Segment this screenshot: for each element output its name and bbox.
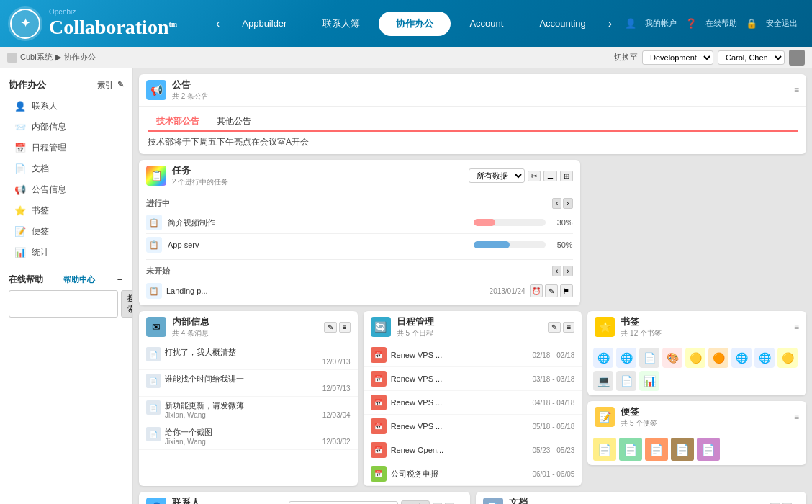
bookmark-icon-4[interactable]: 🟡 [685,348,705,368]
task-filter-select[interactable]: 所有数据 [469,168,525,183]
bookmarks-icon: ⭐ [14,205,26,217]
nav-arrow-left[interactable]: ‹ [212,17,223,30]
task-tool-2[interactable]: ☰ [543,171,557,181]
ann-tab-other[interactable]: 其他公告 [208,112,260,130]
list-item[interactable]: 📄 新功能更新，请发微薄 Jixian, Wang12/03/04 [139,397,358,423]
env-select[interactable]: Development Production [642,50,713,65]
bookmark-icon-5[interactable]: 🟠 [708,348,728,368]
sch-tool-2[interactable]: ≡ [563,322,574,333]
list-item[interactable]: 📄 打扰了，我大概清楚 12/07/13 [139,343,358,370]
task-next-btn[interactable]: › [563,198,572,209]
contacts-icon: 👤 [14,101,26,112]
bookmark-icon-8[interactable]: 🟡 [777,348,798,368]
bookmark-icon-11[interactable]: 📊 [639,371,659,391]
task-progress-fill-0 [474,219,495,226]
not-started-next-btn[interactable]: › [563,266,572,276]
task-tool-3[interactable]: ⊞ [560,171,573,181]
sidebar-item-docs[interactable]: 📄 文档 [0,158,132,179]
bookmark-icon-0[interactable]: 🌐 [593,348,613,368]
nav-tab-account[interactable]: Account [452,12,520,35]
task-progress-bar-0 [474,219,546,226]
ns-action-1[interactable]: ⏰ [530,284,543,297]
messages-header: ✉ 内部信息 共 4 条消息 ✎ ≡ [139,311,358,343]
list-item[interactable]: 📄 给你一个截图 Jixian, Wang12/03/02 [139,423,358,450]
not-started-prev-btn[interactable]: ‹ [552,266,561,276]
breadcrumb-current: 协作办公 [64,52,96,63]
my-account-link[interactable]: 我的帐户 [645,18,677,29]
ann-tab-tech[interactable]: 技术部公告 [148,112,208,132]
notes-icon: 📝 [14,226,26,238]
bookmarks-title: 书签 [621,315,662,328]
bookmark-icon-9[interactable]: 💻 [593,371,613,391]
notes-menu-btn[interactable]: ≡ [794,412,799,422]
note-icon-0[interactable]: 📄 [593,438,616,461]
sidebar-edit-btn[interactable]: ✎ [117,80,124,91]
breadcrumb-system[interactable]: Cubi系统 [20,52,53,63]
sidebar-item-schedule[interactable]: 📅 日程管理 [0,138,132,158]
nav-tab-contacts[interactable]: 联系人簿 [305,12,377,36]
sidebar-item-bookmarks[interactable]: ⭐ 书签 [0,200,132,221]
bookmarks-widget-icon: ⭐ [595,317,615,337]
bookmark-icon-3[interactable]: 🎨 [662,348,682,368]
task-tool-1[interactable]: ✂ [528,171,541,181]
content-area: 📢 公告 共 2 条公告 ≡ 技术部公告 其他公告 技术部将于下周五下午亮点在会… [133,68,812,504]
note-icon-2[interactable]: 📄 [645,438,668,461]
ns-icon-0: 📋 [146,283,162,299]
ns-action-2[interactable]: ✎ [545,284,558,297]
sch-tool-1[interactable]: ✎ [548,322,561,333]
bookmark-icon-7[interactable]: 🌐 [754,348,775,368]
sidebar-item-messages[interactable]: 📨 内部信息 [0,117,132,138]
bookmark-icon-10[interactable]: 📄 [616,371,636,391]
schedule-header: 🔄 日程管理 共 5 个日程 ✎ ≡ [364,311,582,343]
ns-action-3[interactable]: ⚑ [560,284,573,297]
sidebar-index-btn[interactable]: 索引 [97,80,113,91]
bookmarks-widget: ⭐ 书签 共 12 个书签 ≡ 🌐 🌐 📄 🎨 🟡 [587,311,806,395]
list-item[interactable]: 📄 谁能找个时间给我讲一 12/07/13 [139,370,358,397]
notes-header: 📝 便签 共 5 个便签 ≡ [587,401,806,433]
safe-exit-link[interactable]: 安全退出 [766,18,798,29]
announcement-menu-btn[interactable]: ≡ [794,85,799,95]
topbar: Cubi系统 ▶ 协作办公 切换至 Development Production… [0,47,812,68]
help-collapse-btn[interactable]: － [115,274,124,286]
help-center-link[interactable]: 帮助中心 [63,274,95,285]
task-title: 任务 [172,164,228,177]
table-row: 📋 Landing p... 2013/01/24 ⏰ ✎ ⚑ [146,279,573,302]
note-icon-4[interactable]: 📄 [697,438,720,461]
bookmark-icon-6[interactable]: 🌐 [731,348,752,368]
task-prev-btn[interactable]: ‹ [552,198,561,209]
sidebar-item-stats[interactable]: 📊 统计 [0,242,132,263]
task-name-1: App serv [168,240,468,249]
announcement-text: 技术部将于下周五下午亮点在会议室A开会 [148,136,798,148]
bookmark-icon-2[interactable]: 📄 [639,348,659,368]
nav-tab-accounting[interactable]: Accounting [522,12,603,35]
user-select[interactable]: Carol, Chen [718,50,785,65]
note-icon-1[interactable]: 📄 [619,438,642,461]
nav-arrow-right[interactable]: › [605,17,615,30]
sidebar: 协作办公 索引 ✎ 👤 联系人 📨 内部信息 📅 日程管理 📄 文档 📢 公告信… [0,68,133,504]
messages-list: 📄 打扰了，我大概清楚 12/07/13 📄 谁能找个时间给我讲一 12/07/… [139,343,358,450]
sidebar-item-announcements[interactable]: 📢 公告信息 [0,179,132,200]
nav-tab-collab[interactable]: 协作办公 [379,12,451,36]
table-row: 📋 App serv 50% [146,234,573,256]
schedule-cal-icon-1: 📅 [371,371,387,387]
msg-tool-2[interactable]: ≡ [339,322,351,333]
online-help-link[interactable]: 在线帮助 [705,18,737,29]
announcement-content: 技术部公告 其他公告 技术部将于下周五下午亮点在会议室A开会 [139,107,806,154]
sidebar-item-contacts[interactable]: 👤 联系人 [0,96,132,117]
sidebar-search-input[interactable] [9,290,118,318]
contacts-search-btn[interactable]: 搜索 [401,500,430,505]
settings-button[interactable] [789,50,805,66]
sidebar-search-btn[interactable]: 搜索 [121,290,133,318]
nav-tab-appbuilder[interactable]: Appbuilder [225,12,304,35]
header: ✦ Openbiz Collaborationtm ‹ Appbuilder 联… [0,0,812,47]
note-icon-3[interactable]: 📄 [671,438,694,461]
bookmark-icon-1[interactable]: 🌐 [616,348,636,368]
table-row: 📋 简介视频制作 30% [146,212,573,234]
stats-icon: 📊 [14,247,26,258]
sidebar-item-notes[interactable]: 📝 便签 [0,221,132,242]
list-item: 📅 公司税务申报 06/01 - 06/05 [364,462,582,486]
bookmarks-menu-btn[interactable]: ≡ [794,322,799,332]
contacts-search-input[interactable] [289,501,398,504]
msg-tool-1[interactable]: ✎ [324,322,337,333]
msg-content-1: 谁能找个时间给我讲一 12/07/13 [165,374,351,392]
